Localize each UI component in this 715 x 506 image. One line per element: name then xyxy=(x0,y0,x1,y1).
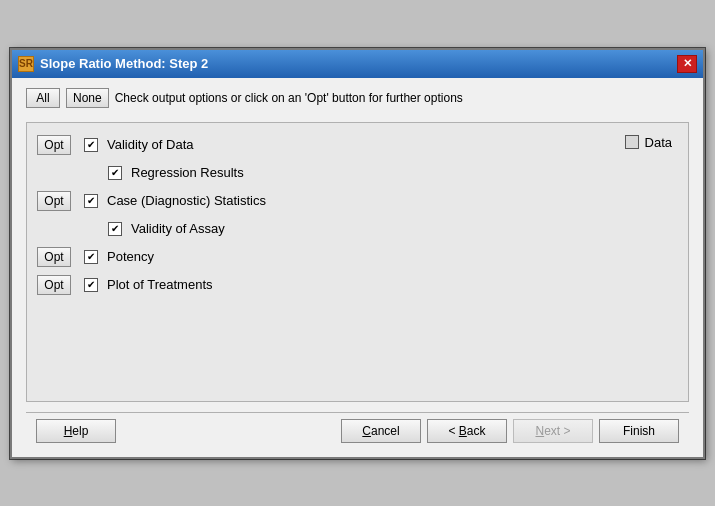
bottom-bar-right: Cancel < Back Next > Finish xyxy=(341,419,679,443)
label-validity-data: Validity of Data xyxy=(107,137,193,152)
window-body: All None Check output options or click o… xyxy=(12,78,703,457)
main-window: SR Slope Ratio Method: Step 2 ✕ All None… xyxy=(10,48,705,459)
checkbox-validity-data[interactable] xyxy=(84,138,98,152)
none-button[interactable]: None xyxy=(66,88,109,108)
label-case-diag: Case (Diagnostic) Statistics xyxy=(107,193,266,208)
back-button[interactable]: < Back xyxy=(427,419,507,443)
all-button[interactable]: All xyxy=(26,88,60,108)
opt-button-plot-treatments[interactable]: Opt xyxy=(37,275,71,295)
data-checkbox-area: Data xyxy=(625,133,672,150)
checkbox-validity-assay[interactable] xyxy=(108,222,122,236)
finish-button[interactable]: Finish xyxy=(599,419,679,443)
option-row-validity-assay: Validity of Assay xyxy=(37,217,625,241)
window-icon: SR xyxy=(18,56,34,72)
close-button[interactable]: ✕ xyxy=(677,55,697,73)
help-button[interactable]: Help xyxy=(36,419,116,443)
bottom-bar: Help Cancel < Back Next > Finish xyxy=(26,412,689,443)
label-data: Data xyxy=(645,135,672,150)
window-title: Slope Ratio Method: Step 2 xyxy=(40,56,208,71)
option-row-potency: Opt Potency xyxy=(37,245,625,269)
label-potency: Potency xyxy=(107,249,154,264)
label-regression: Regression Results xyxy=(131,165,244,180)
title-bar-left: SR Slope Ratio Method: Step 2 xyxy=(18,56,208,72)
option-row-plot-treatments: Opt Plot of Treatments xyxy=(37,273,625,297)
options-area: Opt Validity of Data xyxy=(26,122,689,402)
label-plot-treatments: Plot of Treatments xyxy=(107,277,213,292)
checkbox-potency[interactable] xyxy=(84,250,98,264)
label-validity-assay: Validity of Assay xyxy=(131,221,225,236)
checkbox-plot-treatments[interactable] xyxy=(84,278,98,292)
opt-button-potency[interactable]: Opt xyxy=(37,247,71,267)
opt-button-case-diag[interactable]: Opt xyxy=(37,191,71,211)
title-bar: SR Slope Ratio Method: Step 2 ✕ xyxy=(12,50,703,78)
checkbox-data[interactable] xyxy=(625,135,639,149)
instruction-text: Check output options or click on an 'Opt… xyxy=(115,91,689,105)
checkbox-regression[interactable] xyxy=(108,166,122,180)
option-row-validity-data: Opt Validity of Data xyxy=(37,133,625,157)
finish-label: Finish xyxy=(623,424,655,438)
next-button[interactable]: Next > xyxy=(513,419,593,443)
opt-button-validity-data[interactable]: Opt xyxy=(37,135,71,155)
top-toolbar: All None Check output options or click o… xyxy=(26,88,689,108)
checkbox-case-diag[interactable] xyxy=(84,194,98,208)
option-row-regression: Regression Results xyxy=(37,161,625,185)
option-row-case-diag: Opt Case (Diagnostic) Statistics xyxy=(37,189,625,213)
cancel-button[interactable]: Cancel xyxy=(341,419,421,443)
